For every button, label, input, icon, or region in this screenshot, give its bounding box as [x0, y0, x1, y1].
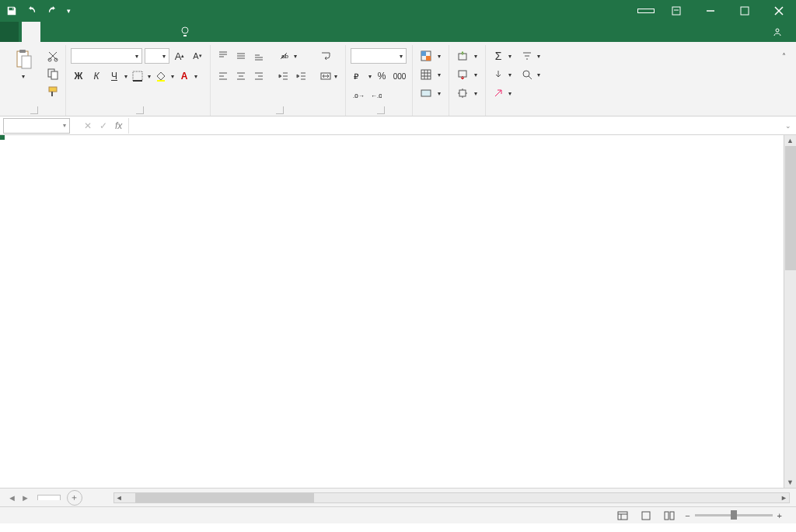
insert-cells-button[interactable]: ▾	[454, 48, 480, 64]
copy-icon[interactable]	[45, 66, 61, 82]
save-icon[interactable]	[6, 5, 17, 16]
currency-icon[interactable]: ₽	[351, 68, 366, 84]
sheet-tab-bar: ◄ ► ＋ ◄ ►	[0, 488, 796, 506]
page-layout-view-icon[interactable]	[638, 509, 654, 523]
tab-data[interactable]	[96, 22, 115, 42]
font-color-icon[interactable]: А	[176, 68, 192, 84]
increase-indent-icon[interactable]	[294, 68, 309, 84]
scroll-up-icon[interactable]: ▲	[787, 135, 794, 146]
zoom-slider[interactable]: − +	[685, 511, 782, 520]
formula-bar[interactable]	[128, 118, 780, 134]
wrap-text-icon[interactable]	[317, 48, 340, 64]
sheet-nav-prev-icon[interactable]: ◄	[8, 493, 16, 502]
collapse-ribbon-icon[interactable]: ˄	[776, 48, 791, 64]
decrease-font-icon[interactable]: A▾	[190, 48, 205, 64]
bold-button[interactable]: Ж	[71, 68, 86, 84]
sheet-tab[interactable]	[37, 495, 61, 500]
font-name-combo[interactable]: ▾	[71, 48, 142, 64]
svg-rect-23	[421, 90, 431, 96]
format-as-table-button[interactable]: ▾	[417, 67, 444, 82]
decrease-indent-icon[interactable]	[276, 68, 292, 84]
tell-me[interactable]	[171, 22, 204, 42]
align-middle-icon[interactable]	[233, 48, 249, 64]
dialog-launcher-icon[interactable]	[136, 106, 144, 114]
share-icon	[773, 27, 782, 37]
tab-review[interactable]	[115, 22, 134, 42]
minimize-button[interactable]	[693, 0, 728, 22]
cell-styles-button[interactable]: ▾	[417, 85, 444, 101]
svg-text:ab: ab	[281, 53, 288, 60]
increase-font-icon[interactable]: A▴	[172, 48, 187, 64]
conditional-formatting-button[interactable]: ▾	[417, 48, 444, 64]
horizontal-scrollbar[interactable]: ◄ ►	[113, 492, 790, 503]
cancel-icon[interactable]: ✕	[84, 120, 92, 131]
name-box[interactable]: ▾	[3, 118, 70, 134]
svg-rect-20	[421, 51, 426, 56]
underline-button[interactable]: Ч	[106, 68, 122, 84]
sort-filter-icon[interactable]	[519, 48, 535, 64]
number-format-combo[interactable]: ▾	[351, 48, 407, 64]
tab-view[interactable]	[134, 22, 152, 42]
align-bottom-icon[interactable]	[251, 48, 267, 64]
svg-rect-31	[670, 512, 674, 520]
sheet-nav-next-icon[interactable]: ►	[21, 493, 30, 502]
tab-help[interactable]	[152, 22, 171, 42]
enter-icon[interactable]: ✓	[100, 120, 107, 131]
scroll-down-icon[interactable]: ▼	[787, 477, 794, 488]
undo-icon[interactable]	[26, 5, 37, 16]
align-left-icon[interactable]	[215, 68, 231, 84]
scroll-left-icon[interactable]: ◄	[114, 494, 124, 502]
border-icon[interactable]	[130, 68, 145, 84]
align-right-icon[interactable]	[251, 68, 267, 84]
cut-icon[interactable]	[45, 48, 61, 64]
add-sheet-button[interactable]: ＋	[67, 490, 82, 506]
orientation-icon[interactable]: ab	[276, 48, 292, 64]
dialog-launcher-icon[interactable]	[276, 106, 284, 114]
dialog-launcher-icon[interactable]	[377, 106, 385, 114]
fill-color-icon[interactable]	[153, 68, 169, 84]
italic-button[interactable]: К	[89, 68, 104, 84]
dialog-launcher-icon[interactable]	[30, 106, 38, 114]
qat-dropdown-icon[interactable]: ▾	[67, 7, 71, 15]
percent-icon[interactable]: %	[374, 68, 389, 84]
merge-center-icon[interactable]: ▾	[317, 68, 340, 84]
zoom-out-icon[interactable]: −	[685, 511, 690, 520]
login-button[interactable]	[637, 9, 655, 13]
increase-decimal-icon[interactable]: .0→	[351, 89, 366, 104]
tab-formulas[interactable]	[78, 22, 96, 42]
fx-icon[interactable]: fx	[115, 120, 122, 131]
find-select-icon[interactable]	[519, 67, 535, 82]
title-bar: ▾	[0, 0, 796, 22]
zoom-in-icon[interactable]: +	[777, 511, 782, 520]
tab-page-layout[interactable]	[59, 22, 78, 42]
delete-cells-button[interactable]: ▾	[454, 67, 480, 82]
tab-home[interactable]	[22, 22, 40, 42]
svg-rect-25	[459, 71, 466, 77]
fill-icon[interactable]	[491, 67, 506, 82]
format-cells-button[interactable]: ▾	[454, 85, 480, 101]
tab-file[interactable]	[0, 22, 19, 42]
tab-insert[interactable]	[40, 22, 59, 42]
align-top-icon[interactable]	[215, 48, 231, 64]
spreadsheet-grid[interactable]: ▲ ▼	[0, 135, 796, 488]
decrease-decimal-icon[interactable]: ←.0	[368, 89, 384, 104]
vertical-scrollbar[interactable]: ▲ ▼	[784, 135, 796, 488]
autosum-icon[interactable]: Σ	[491, 48, 506, 64]
close-button[interactable]	[762, 0, 796, 22]
format-painter-icon[interactable]	[45, 84, 61, 99]
svg-text:.0→: .0→	[353, 92, 364, 99]
scroll-right-icon[interactable]: ►	[779, 494, 789, 502]
page-break-view-icon[interactable]	[662, 509, 677, 523]
ribbon-options-icon[interactable]	[659, 0, 693, 22]
paste-button[interactable]: ▾	[5, 45, 42, 80]
redo-icon[interactable]	[47, 5, 58, 16]
share-button[interactable]	[763, 22, 796, 42]
maximize-button[interactable]	[728, 0, 762, 22]
align-center-icon[interactable]	[233, 68, 249, 84]
group-number: ▾ ₽▾ % 000 .0→ ←.0	[346, 45, 413, 116]
expand-formula-bar-icon[interactable]: ⌄	[780, 122, 796, 130]
normal-view-icon[interactable]	[615, 509, 630, 523]
font-size-combo[interactable]: ▾	[145, 48, 169, 64]
clear-icon[interactable]	[491, 85, 506, 101]
comma-icon[interactable]: 000	[392, 68, 407, 84]
